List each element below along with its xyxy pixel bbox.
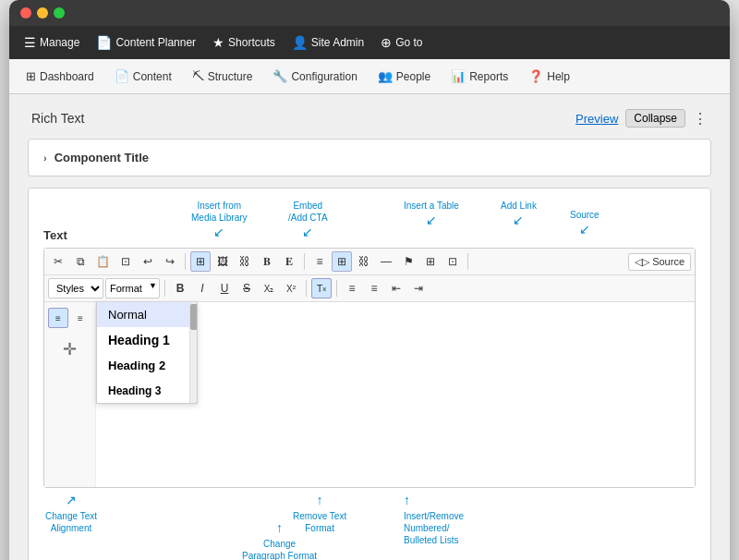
component-title-panel: › Component Title [28,139,711,177]
help-icon: ❓ [528,69,543,83]
nav-content[interactable]: 📄 Content [105,64,181,89]
link-button-2[interactable]: ⛓ [354,251,374,272]
toolbar: ✂ ⧉ 📋 ⊡ ↩ ↪ ⊞ 🖼 ⛓ 𝐁 𝐄 ≡ ⊞ ⛓ — [43,248,696,488]
editor-main-area[interactable]: Normal Heading 1 Heading 2 [96,302,695,487]
outdent-button[interactable]: ⇤ [386,278,406,298]
insert-media-button[interactable]: ⊞ [190,251,211,272]
alignment-buttons-row: ≡ ≡ ≡ [48,308,91,328]
bottom-annotations: ↗ Change Text Alignment ↑ Remove Text Fo… [43,492,696,560]
paste-button[interactable]: 📋 [92,251,114,272]
dash-button[interactable]: — [376,251,396,272]
structure-icon: ⛏ [192,69,204,83]
align-left-row1[interactable]: ≡ [309,251,330,272]
menu-bar: ☰ Manage 📄 Content Planner ★ Shortcuts 👤… [9,26,730,59]
menu-manage-label: Manage [40,36,79,49]
superscript-button[interactable]: X² [281,278,301,298]
collapse-button[interactable]: Collapse [625,109,685,128]
close-button[interactable] [20,7,31,18]
nav-bar: ⊞ Dashboard 📄 Content ⛏ Structure 🔧 Conf… [9,59,730,94]
dropdown-item-h1[interactable]: Heading 1 [97,327,189,353]
nav-structure[interactable]: ⛏ Structure [183,64,262,89]
link-button[interactable]: ⛓ [235,251,255,272]
flag-button[interactable]: ⚑ [398,251,418,272]
annotation-embed-cta: Embed /Add CTA ↙ [288,200,328,240]
more-options-icon[interactable]: ⋮ [693,110,708,128]
menu-content-planner[interactable]: 📄 Content Planner [89,31,203,54]
dropdown-item-normal[interactable]: Normal [97,302,189,327]
strikethrough-button[interactable]: S [236,278,257,298]
italic-button-row1[interactable]: 𝐄 [279,251,299,272]
annotation-insert-media: Insert from Media Library ↙ [191,200,248,240]
bold-button[interactable]: B [170,278,190,298]
dropdown-item-h2[interactable]: Heading 2 [97,353,189,378]
insert-image-button[interactable]: 🖼 [212,251,233,272]
menu-shortcuts[interactable]: ★ Shortcuts [205,31,283,54]
redo-button[interactable]: ↪ [160,251,180,272]
toolbar-separator-1 [185,253,186,270]
annotation-source: Source ↙ [570,209,600,237]
copy-button[interactable]: ⧉ [70,251,91,272]
content-icon: 📄 [115,69,129,83]
people-icon: 👥 [378,69,393,83]
grid-button[interactable]: ⊞ [420,251,441,272]
source-label: Source [652,256,684,267]
source-icon: ◁▷ [635,256,649,268]
minimize-button[interactable] [37,7,48,18]
header-actions: Preview Collapse ⋮ [575,109,708,128]
menu-shortcuts-label: Shortcuts [228,36,275,49]
expand-icon: › [43,152,47,164]
unordered-list-button[interactable]: ≡ [342,278,362,298]
indent-button[interactable]: ⇥ [408,278,429,298]
nav-configuration[interactable]: 🔧 Configuration [263,64,366,89]
source-button[interactable]: ◁▷ Source [628,253,691,271]
dropdown-scrollbar[interactable] [189,302,197,403]
nav-help[interactable]: ❓ Help [519,64,579,89]
nav-dashboard-label: Dashboard [40,70,94,83]
user-icon: 👤 [292,35,308,50]
underline-button[interactable]: U [214,278,235,298]
annotations-area: Text Insert from Media Library ↙ Embed /… [43,200,696,246]
nav-help-label: Help [547,70,570,83]
application-window: ☰ Manage 📄 Content Planner ★ Shortcuts 👤… [9,0,730,560]
configuration-icon: 🔧 [273,69,287,83]
bold-button-row1[interactable]: 𝐁 [257,251,277,272]
paste-text-button[interactable]: ⊡ [115,251,136,272]
toolbar-row-2: Styles Format ▼ B I U S X₂ X² [44,275,695,302]
nav-people[interactable]: 👥 People [369,64,440,89]
ordered-list-button[interactable]: ≡ [364,278,384,298]
preview-link[interactable]: Preview [575,112,618,126]
reports-icon: 📊 [451,69,466,83]
search-icon: ⊕ [381,35,392,50]
styles-select[interactable]: Styles [48,278,103,298]
dropdown-item-h3[interactable]: Heading 3 [97,378,189,403]
clear-format-button[interactable]: Tx [311,278,332,298]
nav-dashboard[interactable]: ⊞ Dashboard [17,64,103,89]
annotation-numbered-lists: ↑ Insert/Remove Numbered/ Bulleted Lists [404,492,464,546]
format-dropdown-wrapper: Format ▼ [105,278,160,298]
dashboard-icon: ⊞ [26,69,36,83]
undo-button[interactable]: ↩ [138,251,158,272]
annotation-insert-table: Insert a Table ↙ [404,200,459,228]
menu-go-to[interactable]: ⊕ Go to [373,31,430,54]
menu-manage[interactable]: ☰ Manage [17,31,87,54]
nav-configuration-label: Configuration [291,70,357,83]
component-title-row[interactable]: › Component Title [43,151,696,164]
toolbar-row-1: ✂ ⧉ 📋 ⊡ ↩ ↪ ⊞ 🖼 ⛓ 𝐁 𝐄 ≡ ⊞ ⛓ — [44,249,695,275]
format-select[interactable]: Format [105,278,160,298]
align-buttons-panel: ≡ ≡ ≡ ✛ [44,302,96,487]
title-bar [9,0,730,26]
component-title-label: Component Title [55,151,149,164]
align-left-button[interactable]: ≡ [48,308,68,328]
maximize-button[interactable] [54,7,65,18]
align-center-button[interactable]: ≡ [70,308,91,328]
toolbar-separator-2 [304,253,305,270]
subscript-button[interactable]: X₂ [259,278,279,298]
nav-structure-label: Structure [208,70,253,83]
expand-button[interactable]: ⊡ [442,251,463,272]
menu-site-admin-label: Site Admin [311,36,364,49]
italic-button[interactable]: I [192,278,212,298]
table-button[interactable]: ⊞ [332,251,352,272]
menu-site-admin[interactable]: 👤 Site Admin [285,31,371,54]
nav-reports[interactable]: 📊 Reports [442,64,517,89]
cut-button[interactable]: ✂ [48,251,68,272]
